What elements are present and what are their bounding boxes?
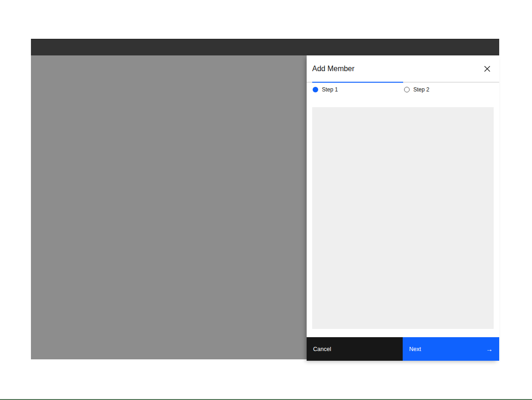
step-item-1[interactable]: Step 1 xyxy=(313,86,404,93)
step-1-label: Step 1 xyxy=(322,86,338,93)
arrow-right-icon: → xyxy=(486,345,493,352)
application-window: Add Member Step 1 Step 2 Cancel xyxy=(0,0,532,400)
step-2-label: Step 2 xyxy=(413,86,429,93)
app-header-bar xyxy=(31,39,499,55)
page-background-canvas xyxy=(31,55,307,359)
cancel-button-label: Cancel xyxy=(313,346,331,352)
panel-title: Add Member xyxy=(312,65,355,73)
next-button-label: Next xyxy=(409,346,421,352)
close-icon xyxy=(484,66,490,72)
next-button[interactable]: Next → xyxy=(403,337,499,361)
form-placeholder-area xyxy=(312,107,494,329)
panel-header: Add Member xyxy=(307,55,499,82)
step-current-icon xyxy=(313,87,318,92)
cancel-button[interactable]: Cancel xyxy=(307,337,403,361)
add-member-side-panel: Add Member Step 1 Step 2 Cancel xyxy=(307,55,499,361)
step-progress-fill xyxy=(312,82,403,83)
step-item-2[interactable]: Step 2 xyxy=(404,86,496,93)
step-incomplete-icon xyxy=(404,87,410,92)
panel-footer: Cancel Next → xyxy=(307,337,499,361)
close-button[interactable] xyxy=(482,64,492,74)
step-progress-track xyxy=(307,82,499,83)
step-indicator: Step 1 Step 2 xyxy=(307,85,499,94)
